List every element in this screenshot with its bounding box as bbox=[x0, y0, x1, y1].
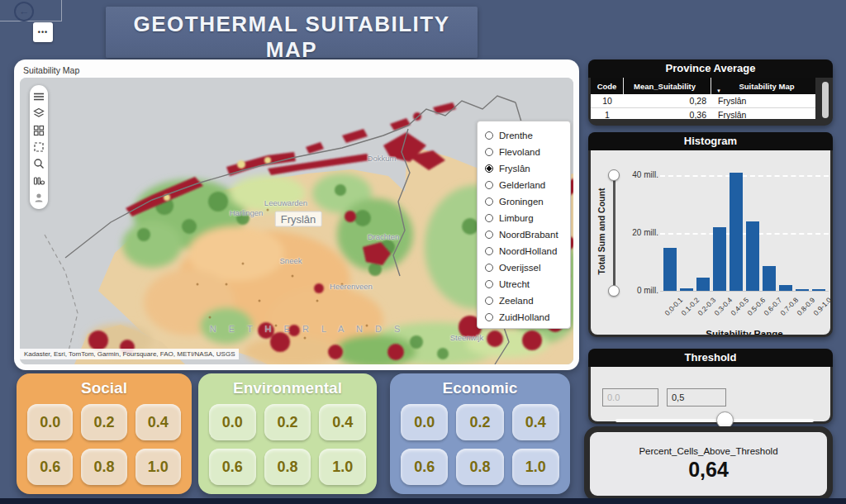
threshold-slider-track[interactable] bbox=[615, 419, 814, 422]
y-tick-label: 20 mill. bbox=[615, 228, 658, 237]
radio-icon[interactable] bbox=[485, 280, 493, 288]
province-option-label: Flevoland bbox=[499, 147, 540, 157]
gridline bbox=[660, 175, 829, 177]
histogram-bar[interactable] bbox=[730, 173, 743, 292]
y-tick-label: 0 mill. bbox=[615, 286, 658, 295]
weight-panel-economic: Economic0.00.20.40.60.81.0 bbox=[390, 373, 570, 494]
radio-icon[interactable] bbox=[485, 181, 493, 189]
column-header[interactable]: Code bbox=[591, 78, 624, 94]
province-option-label: Overijssel bbox=[499, 263, 540, 273]
weight-button-grid: 0.00.20.40.60.81.0 bbox=[209, 404, 366, 485]
province-option[interactable]: NoordBrabant bbox=[485, 226, 570, 243]
extent-icon[interactable] bbox=[33, 141, 45, 153]
user-icon[interactable] bbox=[33, 192, 45, 203]
weight-value-button[interactable]: 1.0 bbox=[512, 449, 559, 485]
weight-value-button[interactable]: 0.0 bbox=[209, 404, 256, 440]
province-option-label: Zeeland bbox=[499, 296, 534, 306]
weight-value-button[interactable]: 0.8 bbox=[264, 449, 311, 485]
table-header-row[interactable]: CodeMean_SuitabilitySuitability Map▼ bbox=[591, 78, 815, 94]
radio-icon[interactable] bbox=[485, 131, 493, 140]
histogram-bar[interactable] bbox=[812, 289, 825, 291]
province-option-label: Utrecht bbox=[499, 279, 530, 289]
percent-cells-card: Percent_Cells_Above_Threshold 0,64 bbox=[584, 426, 833, 502]
weight-value-button[interactable]: 1.0 bbox=[319, 449, 366, 485]
histogram-panel: Histogram Total Sum and Count Suitabilit… bbox=[588, 132, 833, 337]
province-average-panel: Province Average CodeMean_SuitabilitySui… bbox=[588, 59, 833, 126]
weight-value-button[interactable]: 0.6 bbox=[401, 449, 448, 485]
radio-icon[interactable] bbox=[485, 297, 493, 305]
weight-panel-title: Environmental bbox=[198, 379, 377, 397]
table-scrollbar[interactable] bbox=[822, 82, 829, 118]
histogram-bar[interactable] bbox=[763, 266, 776, 291]
province-option[interactable]: Zeeland bbox=[485, 292, 570, 309]
gridline bbox=[660, 233, 829, 235]
threshold-value-input[interactable] bbox=[667, 388, 726, 407]
page-title: GEOTHERMAL SUITABILITY MAP bbox=[106, 12, 478, 63]
province-option[interactable]: Gelderland bbox=[485, 177, 570, 193]
histogram-bar[interactable] bbox=[746, 221, 759, 291]
basemap-icon[interactable] bbox=[33, 125, 45, 136]
weight-value-button[interactable]: 0.4 bbox=[319, 404, 366, 440]
weight-value-button[interactable]: 0.8 bbox=[456, 449, 503, 485]
map-toolbar bbox=[30, 85, 48, 209]
histogram-title: Histogram bbox=[588, 132, 833, 150]
province-option[interactable]: Overijssel bbox=[485, 259, 570, 276]
histogram-bar[interactable] bbox=[696, 278, 710, 291]
weight-value-button[interactable]: 0.4 bbox=[512, 404, 559, 440]
province-name-label: Fryslân bbox=[275, 212, 322, 227]
histogram-bar[interactable] bbox=[796, 289, 809, 291]
column-header[interactable]: Suitability Map bbox=[711, 78, 815, 94]
province-option[interactable]: Utrecht bbox=[485, 276, 570, 292]
weight-value-button[interactable]: 0.6 bbox=[209, 449, 256, 485]
radio-icon[interactable] bbox=[485, 164, 493, 173]
sort-indicator-icon: ▼ bbox=[716, 88, 721, 93]
back-button[interactable]: ← bbox=[14, 2, 34, 21]
table-cell: 10 bbox=[591, 94, 624, 107]
weight-button-grid: 0.00.20.40.60.81.0 bbox=[401, 404, 559, 485]
radio-icon[interactable] bbox=[485, 247, 493, 255]
radio-icon[interactable] bbox=[485, 197, 493, 206]
province-option-label: Groningen bbox=[499, 197, 544, 207]
province-option-label: NoordHolland bbox=[499, 246, 557, 256]
radio-icon[interactable] bbox=[485, 214, 493, 222]
layers-icon[interactable] bbox=[33, 107, 45, 119]
measure-icon[interactable] bbox=[33, 175, 45, 187]
province-filter-list: DrentheFlevolandFryslânGelderlandGroning… bbox=[477, 121, 571, 329]
weight-value-button[interactable]: 0.2 bbox=[264, 404, 311, 440]
histogram-y-axis-label: Total Sum and Count bbox=[596, 178, 606, 285]
province-option[interactable]: Flevoland bbox=[485, 144, 570, 160]
column-header[interactable]: Mean_Suitability bbox=[624, 78, 711, 94]
weight-value-button[interactable]: 0.0 bbox=[401, 404, 448, 440]
radio-icon[interactable] bbox=[485, 231, 493, 239]
threshold-min-input[interactable] bbox=[602, 388, 658, 407]
province-average-table: CodeMean_SuitabilitySuitability Map▼100,… bbox=[591, 78, 815, 119]
weight-value-button[interactable]: 0.4 bbox=[135, 404, 181, 440]
province-option[interactable]: Groningen bbox=[485, 193, 570, 210]
radio-icon[interactable] bbox=[485, 313, 493, 321]
weight-value-button[interactable]: 0.6 bbox=[27, 449, 73, 485]
weight-value-button[interactable]: 0.0 bbox=[27, 404, 73, 440]
province-option[interactable]: NoordHolland bbox=[485, 243, 570, 259]
weight-value-button[interactable]: 1.0 bbox=[135, 449, 181, 485]
province-option[interactable]: ZuidHolland bbox=[485, 309, 570, 326]
weight-value-button[interactable]: 0.2 bbox=[456, 404, 503, 440]
weight-value-button[interactable]: 0.8 bbox=[81, 449, 126, 485]
radio-icon[interactable] bbox=[485, 264, 493, 272]
province-option[interactable]: Limburg bbox=[485, 210, 570, 226]
histogram-bar[interactable] bbox=[680, 288, 693, 292]
suitability-map-panel: Suitability Map bbox=[14, 59, 579, 370]
histogram-bar[interactable] bbox=[713, 227, 726, 291]
more-options-button[interactable]: ••• bbox=[33, 22, 53, 42]
menu-icon[interactable] bbox=[33, 91, 45, 102]
map-panel-title: Suitability Map bbox=[23, 65, 79, 75]
table-cell: Fryslân bbox=[711, 108, 815, 119]
province-option[interactable]: Fryslân bbox=[485, 160, 570, 177]
histogram-bar[interactable] bbox=[779, 285, 792, 291]
weight-value-button[interactable]: 0.2 bbox=[81, 404, 126, 440]
search-icon[interactable] bbox=[33, 158, 45, 169]
histogram-bar[interactable] bbox=[663, 248, 677, 292]
table-row: 100,28Fryslân bbox=[591, 94, 815, 108]
radio-icon[interactable] bbox=[485, 148, 493, 156]
province-option[interactable]: Drenthe bbox=[485, 127, 570, 144]
weight-button-grid: 0.00.20.40.60.81.0 bbox=[27, 404, 181, 485]
